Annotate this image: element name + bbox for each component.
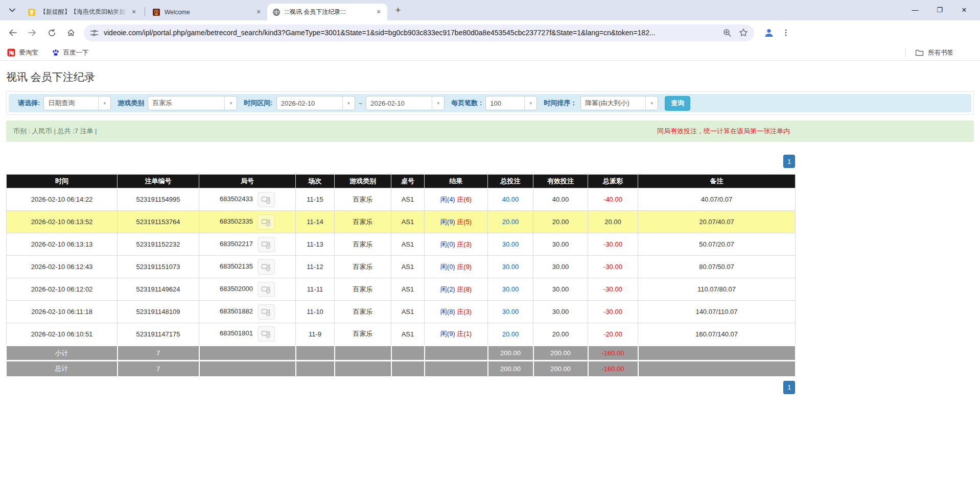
profile-avatar-icon[interactable] xyxy=(763,27,775,38)
video-replay-button[interactable] xyxy=(258,304,275,320)
page-size-value: 100 xyxy=(486,100,524,107)
total-bet-link[interactable]: 30.00 xyxy=(502,240,519,248)
date-from-select[interactable]: 2026-02-10 ▼ xyxy=(276,96,355,110)
video-replay-button[interactable] xyxy=(258,237,275,252)
page-number-button[interactable]: 1 xyxy=(783,381,795,394)
cell-total-bet: 40.00 xyxy=(488,188,533,211)
cell-remark: 40.07/0.07 xyxy=(638,188,796,211)
cell-remark: 110.07/80.07 xyxy=(638,278,796,301)
toolbar-right-actions xyxy=(763,27,790,38)
window-close-button[interactable]: ✕ xyxy=(955,3,973,16)
column-header: 有效投注 xyxy=(533,175,588,188)
cell-game-type: 百家乐 xyxy=(335,256,391,278)
video-camera-icon xyxy=(261,240,271,249)
zoom-icon[interactable] xyxy=(723,29,732,37)
bookmark-baidu[interactable]: 百度一下 xyxy=(52,48,89,57)
cell-payout: -30.00 xyxy=(588,256,638,278)
tab-search-button[interactable] xyxy=(5,3,19,17)
baidu-paw-icon xyxy=(52,48,60,57)
total-bet-link[interactable]: 20.00 xyxy=(502,218,519,226)
window-minimize-button[interactable]: — xyxy=(906,3,924,16)
tab-close-icon[interactable]: ✕ xyxy=(129,8,138,17)
result-banker: 庄(6) xyxy=(457,196,472,203)
video-replay-button[interactable] xyxy=(258,259,275,275)
totals-label: 总计 xyxy=(7,361,118,376)
round-id-text: 683502335 xyxy=(220,217,253,225)
url-text[interactable]: videoie.com/ipl/portal.php/game/betrecor… xyxy=(104,29,718,37)
cell-table-number: AS1 xyxy=(391,256,425,278)
totals-count: 7 xyxy=(118,361,199,376)
tab-welcome[interactable]: Welcome ✕ xyxy=(147,4,267,20)
cell-valid-bet: 30.00 xyxy=(533,301,588,323)
cell-remark: 160.07/140.07 xyxy=(638,323,796,346)
date-to-select[interactable]: 2026-02-10 ▼ xyxy=(366,96,445,110)
game-type-select[interactable]: 百家乐 ▼ xyxy=(148,96,237,110)
video-replay-button[interactable] xyxy=(258,282,275,297)
cell-game-type: 百家乐 xyxy=(335,233,391,256)
video-replay-button[interactable] xyxy=(258,192,275,207)
cell-game-type: 百家乐 xyxy=(335,211,391,233)
video-replay-button[interactable] xyxy=(258,326,275,342)
tab-close-icon[interactable]: ✕ xyxy=(254,8,263,17)
cell-bet-id: 523191154995 xyxy=(118,188,199,211)
back-arrow-icon xyxy=(8,28,17,37)
cell-valid-bet: 30.00 xyxy=(533,233,588,256)
sort-order-select[interactable]: 降冪(由大到小) ▼ xyxy=(580,96,658,110)
sort-order-value: 降冪(由大到小) xyxy=(581,99,645,108)
all-bookmarks[interactable]: 所有书签 xyxy=(905,48,973,57)
tab-forum[interactable]: 【新提醒】【海燕优质回帖奖励 ✕ xyxy=(22,4,143,20)
cell-payout: -30.00 xyxy=(588,301,638,323)
site-settings-icon[interactable] xyxy=(90,29,99,37)
totals-payout: -160.00 xyxy=(588,346,638,361)
cell-round-id: 683502335 xyxy=(199,211,296,233)
totals-row: 总计7200.00200.00-160.00 xyxy=(7,361,796,376)
menu-kebab-icon[interactable] xyxy=(782,29,790,37)
result-player: 闲(9) xyxy=(440,218,455,226)
back-button[interactable] xyxy=(5,25,20,40)
page-size-select[interactable]: 100 ▼ xyxy=(485,96,537,110)
bet-record-row: 2026-02-10 06:14:22523191154995683502433… xyxy=(7,188,796,211)
result-player: 闲(8) xyxy=(440,308,455,316)
home-button[interactable] xyxy=(63,25,79,40)
cell-payout: -20.00 xyxy=(588,323,638,346)
bet-table-body: 2026-02-10 06:14:22523191154995683502433… xyxy=(7,188,796,376)
tab-title: Welcome xyxy=(165,9,254,16)
tab-close-icon[interactable]: ✕ xyxy=(374,8,383,17)
bookmark-label: 爱淘宝 xyxy=(19,48,38,57)
forward-arrow-icon xyxy=(28,28,37,37)
totals-payout: -160.00 xyxy=(588,361,638,376)
query-type-select[interactable]: 日期查询 ▼ xyxy=(43,96,111,110)
bet-record-row: 2026-02-10 06:13:13523191152232683502217… xyxy=(7,233,796,256)
round-id-text: 683501801 xyxy=(220,329,253,337)
status-notice-text: 同局有效投注，统一计算在该局第一张注单内 xyxy=(657,127,790,136)
total-bet-link[interactable]: 30.00 xyxy=(502,308,519,316)
search-button[interactable]: 查询 xyxy=(665,96,690,111)
page-number-button[interactable]: 1 xyxy=(783,155,795,168)
video-replay-button[interactable] xyxy=(258,214,275,230)
cell-total-bet: 30.00 xyxy=(488,256,533,278)
bookmark-aitaobao[interactable]: 淘 爱淘宝 xyxy=(7,48,38,57)
cell-time: 2026-02-10 06:12:02 xyxy=(7,278,118,301)
tab-bet-records-active[interactable]: :::视讯 会员下注纪录::: ✕ xyxy=(267,4,387,20)
reload-button[interactable] xyxy=(44,25,59,40)
result-player: 闲(9) xyxy=(440,330,455,337)
cell-session: 11-12 xyxy=(296,256,335,278)
totals-row: 小计7200.00200.00-160.00 xyxy=(7,346,796,361)
forward-button[interactable] xyxy=(25,25,40,40)
column-header: 桌号 xyxy=(391,175,425,188)
cell-time: 2026-02-10 06:10:51 xyxy=(7,323,118,346)
cell-session: 11-9 xyxy=(296,323,335,346)
cell-result: 闲(8) 庄(3) xyxy=(425,301,488,323)
new-tab-button[interactable]: + xyxy=(391,4,405,17)
window-maximize-button[interactable]: ❐ xyxy=(931,3,948,16)
total-bet-link[interactable]: 30.00 xyxy=(502,263,519,271)
total-bet-link[interactable]: 30.00 xyxy=(502,285,519,293)
url-bar[interactable]: videoie.com/ipl/portal.php/game/betrecor… xyxy=(84,25,754,41)
video-camera-icon xyxy=(261,262,271,272)
bookmark-star-icon[interactable] xyxy=(739,28,748,37)
total-bet-link[interactable]: 40.00 xyxy=(502,196,519,203)
cell-time: 2026-02-10 06:12:43 xyxy=(7,256,118,278)
total-bet-link[interactable]: 20.00 xyxy=(502,330,519,338)
cell-valid-bet: 20.00 xyxy=(533,323,588,346)
filter-bar: 请选择: 日期查询 ▼ 游戏类别 百家乐 ▼ 时间区间: 2026-02-10 … xyxy=(9,94,971,112)
